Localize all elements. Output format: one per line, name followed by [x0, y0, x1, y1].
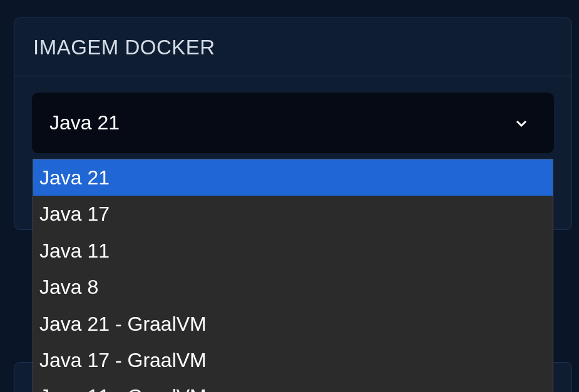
select-option[interactable]: Java 8	[33, 269, 553, 305]
select-option[interactable]: Java 21 - GraalVM	[33, 306, 553, 342]
select-dropdown: Java 21Java 17Java 11Java 8Java 21 - Gra…	[33, 159, 553, 392]
docker-image-select[interactable]: Java 21	[32, 93, 554, 153]
panel-title: IMAGEM DOCKER	[14, 18, 571, 76]
select-option[interactable]: Java 11	[33, 233, 553, 269]
select-option[interactable]: Java 17	[33, 196, 553, 232]
select-wrapper: Java 21	[14, 76, 571, 171]
select-value: Java 21	[49, 111, 120, 134]
select-option[interactable]: Java 17 - GraalVM	[33, 342, 553, 378]
chevron-down-icon	[511, 113, 531, 133]
select-option[interactable]: Java 21	[33, 159, 553, 196]
select-option[interactable]: Java 11 - GraalVM	[33, 378, 553, 392]
